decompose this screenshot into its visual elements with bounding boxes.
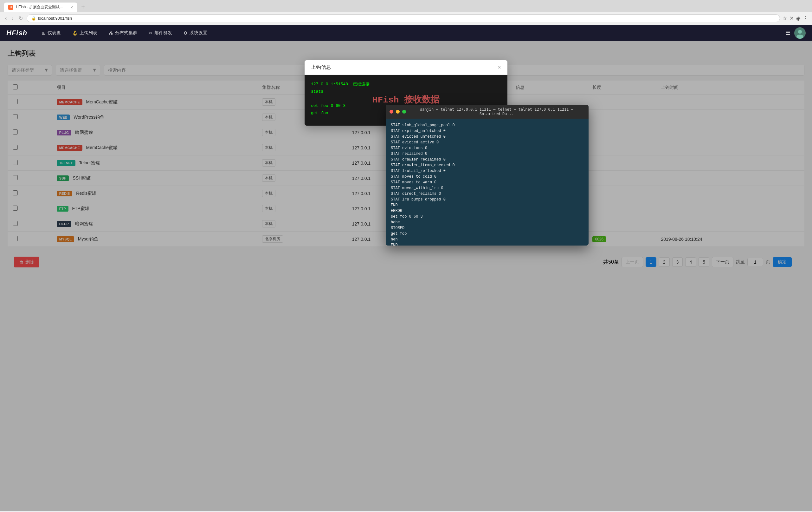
terminal-line: STAT lrutail_reflocked 0 (391, 168, 583, 174)
address-url: localhost:9001/fish (38, 16, 775, 21)
nav-item-cluster[interactable]: 🖧 分布式集群 (104, 28, 142, 38)
nav-item-hooklist[interactable]: 🪝 上钩列表 (67, 28, 103, 38)
nav-item-settings-label: 系统设置 (190, 30, 207, 36)
nav-item-cluster-label: 分布式集群 (115, 30, 137, 36)
tab-title: HFish - 扩展企业安全测试主动... (16, 4, 66, 10)
hook-icon: 🪝 (72, 30, 78, 35)
terminal-line: ERROR (391, 208, 583, 214)
terminal-line: STAT crawler_reclaimed 0 (391, 157, 583, 162)
terminal-window: sanjin — telnet 127.0.0.1 11211 — telnet… (386, 105, 588, 245)
tab-bar: H HFish - 扩展企业安全测试主动... × + (0, 0, 812, 12)
nav-item-email[interactable]: ✉ 邮件群发 (144, 28, 177, 38)
tab-favicon: H (8, 5, 13, 10)
terminal-line: STAT evicted_unfetched 0 (391, 134, 583, 140)
nav-item-settings[interactable]: ⚙ 系统设置 (178, 28, 212, 38)
nav-item-dashboard-label: 仪表盘 (48, 30, 61, 36)
new-tab-button[interactable]: + (79, 3, 87, 11)
terminal-line: STAT reclaimed 0 (391, 151, 583, 157)
main-content: 上钩列表 请选择类型 ▼ 请选择集群 ▼ (0, 41, 812, 511)
email-icon: ✉ (149, 30, 152, 35)
terminal-line: END (391, 203, 583, 208)
hamburger-icon[interactable]: ☰ (785, 29, 790, 36)
header-right: ☰ (785, 27, 806, 39)
terminal-line: set foo 0 60 3 (391, 214, 583, 219)
forward-button[interactable]: › (10, 15, 14, 22)
terminal-line: END (391, 242, 583, 245)
terminal-line-3 (311, 96, 501, 103)
extensions-icon[interactable]: ✕ (789, 15, 793, 21)
svg-point-1 (798, 30, 802, 34)
app-logo: HFish (6, 29, 27, 37)
terminal-line: STAT moves_to_warm 0 (391, 180, 583, 185)
browser-chrome: H HFish - 扩展企业安全测试主动... × + ‹ › ↻ 🔒 loca… (0, 0, 812, 25)
address-bar[interactable]: 🔒 localhost:9001/fish (27, 14, 780, 22)
terminal-line: STAT direct_reclaims 0 (391, 191, 583, 197)
terminal-line: heh (391, 237, 583, 242)
terminal-line-2: stats (311, 88, 501, 95)
app-nav: ⊞ 仪表盘 🪝 上钩列表 🖧 分布式集群 ✉ 邮件群发 ⚙ 系统设置 (37, 28, 776, 38)
terminal-line: STAT evicted_active 0 (391, 140, 583, 145)
nav-item-hooklist-label: 上钩列表 (80, 30, 97, 36)
terminal-line: hehe (391, 219, 583, 225)
lock-icon: 🔒 (31, 16, 36, 21)
terminal-content: STAT slab_global_page_pool 0STAT expired… (386, 119, 588, 245)
app-header: HFish ⊞ 仪表盘 🪝 上钩列表 🖧 分布式集群 ✉ 邮件群发 ⚙ 系统设置 (0, 25, 812, 41)
cluster-icon: 🖧 (109, 30, 113, 35)
terminal-line: STAT crawler_items_checked 0 (391, 162, 583, 168)
window-maximize-button[interactable] (402, 110, 406, 113)
menu-dots-icon[interactable]: ⋮ (803, 15, 808, 21)
terminal-line: get foo (391, 231, 583, 237)
modal-title: 上钩信息 (311, 64, 331, 71)
terminal-line: STAT evictions 0 (391, 145, 583, 151)
browser-tab[interactable]: H HFish - 扩展企业安全测试主动... × (4, 3, 77, 12)
terminal-line: STAT lru_bumps_dropped 0 (391, 197, 583, 203)
bookmark-icon[interactable]: ☆ (783, 15, 787, 21)
app: HFish ⊞ 仪表盘 🪝 上钩列表 🖧 分布式集群 ✉ 邮件群发 ⚙ 系统设置 (0, 25, 812, 511)
window-minimize-button[interactable] (396, 110, 400, 113)
terminal-titlebar: sanjin — telnet 127.0.0.1 11211 — telnet… (386, 105, 588, 119)
terminal-line: STAT moves_within_lru 0 (391, 185, 583, 191)
modal-close-button[interactable]: × (498, 64, 501, 71)
terminal-line: STAT slab_global_page_pool 0 (391, 123, 583, 128)
nav-item-dashboard[interactable]: ⊞ 仪表盘 (37, 28, 66, 38)
profile-icon[interactable]: ◉ (796, 15, 801, 21)
terminal-line: STAT expired_unfetched 0 (391, 128, 583, 134)
terminal-line: STORED (391, 225, 583, 231)
refresh-button[interactable]: ↻ (18, 15, 24, 22)
terminal-line: STAT moves_to_cold 0 (391, 174, 583, 180)
window-close-button[interactable] (389, 110, 393, 113)
modal-header: 上钩信息 × (304, 60, 508, 75)
dashboard-icon: ⊞ (42, 30, 46, 35)
settings-icon: ⚙ (183, 30, 187, 35)
terminal-title: sanjin — telnet 127.0.0.1 11211 — telnet… (409, 107, 585, 116)
tab-close-button[interactable]: × (70, 5, 73, 10)
terminal-line-1: 127.0.0.1:51548 已经连接 (311, 81, 501, 88)
nav-item-email-label: 邮件群发 (154, 30, 172, 36)
back-button[interactable]: ‹ (4, 15, 8, 22)
nav-bar: ‹ › ↻ 🔒 localhost:9001/fish ☆ ✕ ◉ ⋮ (0, 12, 812, 25)
user-avatar[interactable] (794, 27, 806, 39)
